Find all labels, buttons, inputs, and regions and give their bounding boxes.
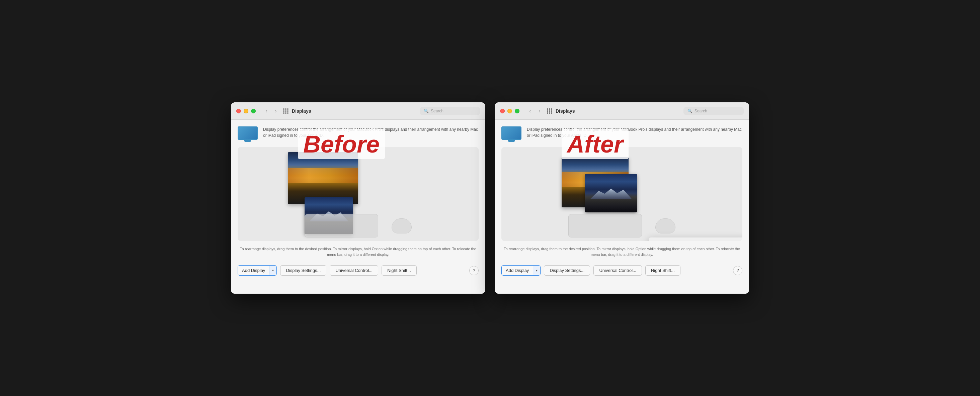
after-keyboard xyxy=(568,214,642,238)
before-display-settings-button[interactable]: Display Settings... xyxy=(280,265,326,276)
before-title-bar: ‹ › Displays 🔍 Search xyxy=(231,102,485,120)
after-arrangement xyxy=(501,147,742,241)
after-help-button[interactable]: ? xyxy=(733,266,742,275)
before-display-area: LG Ultra HD xyxy=(238,147,479,241)
before-traffic-lights xyxy=(236,109,256,113)
context-menu: Built-in Liquid Retina XDR Display Main … xyxy=(649,238,742,241)
before-add-display-label[interactable]: Add Display xyxy=(238,266,269,275)
before-keyboard xyxy=(305,214,378,238)
after-search-label: Search xyxy=(695,109,707,113)
after-display-settings-button[interactable]: Display Settings... xyxy=(544,265,590,276)
before-mouse xyxy=(391,219,412,233)
after-display-area: Built-in Liquid Retina XDR Display Main … xyxy=(501,147,742,241)
after-add-display-chevron[interactable]: ▾ xyxy=(533,266,540,275)
after-traffic-lights xyxy=(500,109,519,113)
after-nav-arrows: ‹ › xyxy=(526,107,544,115)
after-info-text: Display preferences control the arrangem… xyxy=(527,127,742,138)
before-universal-control-button[interactable]: Universal Control... xyxy=(330,265,378,276)
after-maximize-button[interactable] xyxy=(515,109,519,113)
after-monitor-icon xyxy=(501,127,522,142)
before-keyboard-area xyxy=(305,214,412,238)
before-close-button[interactable] xyxy=(236,109,241,113)
after-window-title: Displays xyxy=(555,108,575,114)
before-monitor-icon xyxy=(238,127,258,142)
after-search-icon: 🔍 xyxy=(687,109,692,113)
before-add-display-chevron[interactable]: ▾ xyxy=(269,266,277,275)
before-lg-monitor[interactable] xyxy=(288,152,358,204)
before-window-title: Displays xyxy=(292,108,311,114)
after-title-bar: ‹ › Displays 🔍 Search xyxy=(495,102,749,120)
before-forward-arrow[interactable]: › xyxy=(272,107,280,115)
before-search-label: Search xyxy=(431,109,444,113)
after-universal-control-button[interactable]: Universal Control... xyxy=(593,265,642,276)
before-help-button[interactable]: ? xyxy=(469,266,479,275)
windows-container: Before ‹ › Displays 🔍 S xyxy=(218,89,762,307)
after-add-display-label[interactable]: Add Display xyxy=(502,266,533,275)
after-close-button[interactable] xyxy=(500,109,505,113)
before-search-bar[interactable]: 🔍 Search xyxy=(420,107,480,115)
before-search-icon: 🔍 xyxy=(424,109,429,113)
after-keyboard-area xyxy=(568,214,675,238)
after-add-display-button[interactable]: Add Display ▾ xyxy=(501,265,541,276)
before-description: To rearrange displays, drag them to the … xyxy=(238,246,479,257)
before-add-display-button[interactable]: Add Display ▾ xyxy=(238,265,277,276)
before-label: Before xyxy=(298,129,385,159)
before-back-arrow[interactable]: ‹ xyxy=(262,107,270,115)
after-window: After ‹ › Displays 🔍 Se xyxy=(495,102,749,294)
before-arrangement: LG Ultra HD xyxy=(238,147,479,241)
before-maximize-button[interactable] xyxy=(251,109,256,113)
after-minimize-button[interactable] xyxy=(508,109,512,113)
after-macbook-monitor[interactable] xyxy=(585,174,637,212)
before-grid-icon[interactable] xyxy=(283,108,288,114)
after-mouse xyxy=(655,219,675,233)
after-label: After xyxy=(562,129,628,159)
after-grid-icon[interactable] xyxy=(547,108,552,114)
before-toolbar: Add Display ▾ Display Settings... Univer… xyxy=(238,263,479,276)
before-minimize-button[interactable] xyxy=(243,109,248,113)
after-forward-arrow[interactable]: › xyxy=(536,107,544,115)
after-back-arrow[interactable]: ‹ xyxy=(526,107,534,115)
context-menu-section1-label: Built-in Liquid Retina XDR Display xyxy=(649,239,742,241)
after-search-bar[interactable]: 🔍 Search xyxy=(684,107,744,115)
before-nav-arrows: ‹ › xyxy=(262,107,280,115)
after-description: To rearrange displays, drag them to the … xyxy=(501,246,742,257)
before-window: Before ‹ › Displays 🔍 S xyxy=(231,102,485,294)
before-night-shift-button[interactable]: Night Shift... xyxy=(382,265,417,276)
after-night-shift-button[interactable]: Night Shift... xyxy=(645,265,681,276)
after-toolbar: Add Display ▾ Display Settings... Univer… xyxy=(501,263,742,276)
